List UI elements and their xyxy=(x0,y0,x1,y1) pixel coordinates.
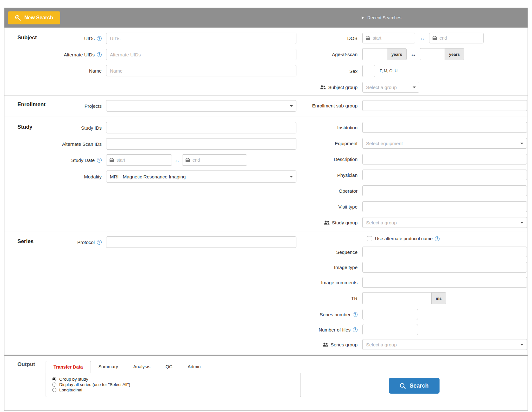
series-number-help-icon[interactable] xyxy=(353,312,358,317)
number-of-files-help-icon[interactable] xyxy=(353,327,358,332)
operator-input[interactable] xyxy=(362,185,527,196)
study-group-select[interactable]: Select a group xyxy=(362,217,527,228)
physician-input[interactable] xyxy=(362,170,527,180)
alternate-scan-ids-input[interactable] xyxy=(106,138,296,150)
tr-row: TR ms xyxy=(301,292,528,304)
dob-start-input[interactable]: start xyxy=(362,33,415,43)
recent-searches-toggle[interactable]: Recent Searches xyxy=(362,8,401,28)
image-type-row: Image type xyxy=(301,262,528,273)
projects-label: Projects xyxy=(47,103,106,109)
tr-unit: ms xyxy=(431,292,446,304)
option-longitudinal[interactable]: Longitudinal xyxy=(52,387,301,393)
series-number-label: Series number xyxy=(301,312,362,317)
use-alternate-protocol-help-icon[interactable] xyxy=(435,236,440,241)
protocol-input[interactable] xyxy=(106,236,296,248)
physician-label: Physician xyxy=(301,172,362,178)
age-min-input[interactable] xyxy=(362,48,387,60)
name-row: Name xyxy=(47,65,301,76)
institution-input[interactable] xyxy=(362,122,527,133)
series-group-select[interactable]: Select a group xyxy=(362,339,527,350)
name-label: Name xyxy=(47,68,106,74)
people-icon xyxy=(324,221,330,225)
study-date-start-input[interactable]: start xyxy=(106,154,172,166)
caret-down-icon xyxy=(520,143,523,144)
study-date-help-icon[interactable] xyxy=(97,158,102,163)
number-of-files-input[interactable] xyxy=(362,324,418,335)
tab-analysis[interactable]: Analysis xyxy=(126,361,158,373)
projects-select[interactable] xyxy=(106,100,296,112)
enrollment-sub-group-input[interactable] xyxy=(362,100,527,111)
institution-label: Institution xyxy=(301,125,362,130)
modality-label: Modality xyxy=(47,174,106,179)
alternate-scan-ids-label: Alternate Scan IDs xyxy=(47,141,106,147)
new-search-button[interactable]: New Search xyxy=(8,11,60,24)
option-display-all-series[interactable]: Display all series (use for "Select All"… xyxy=(52,382,301,387)
series-number-input[interactable] xyxy=(362,309,418,320)
study-group-label: Study group xyxy=(301,220,362,225)
modality-select[interactable]: MRI - Magnetic Resonance Imaging xyxy=(106,171,296,183)
alternate-uids-row: Alternate UIDs xyxy=(47,49,301,60)
description-row: Description xyxy=(301,154,528,164)
study-date-label: Study Date xyxy=(47,158,106,163)
dob-end-input[interactable]: end xyxy=(429,33,484,43)
calendar-icon xyxy=(110,158,114,162)
visit-type-row: Visit type xyxy=(301,201,528,212)
visit-type-input[interactable] xyxy=(362,201,527,212)
operator-label: Operator xyxy=(301,188,362,194)
tab-admin[interactable]: Admin xyxy=(180,361,208,373)
section-study: Study Study IDs Alternate Scan IDs xyxy=(4,117,528,231)
dob-row: DOB start ↔ end xyxy=(301,33,528,43)
output-section-title: Output xyxy=(4,356,46,368)
radio-icon[interactable] xyxy=(52,377,56,381)
image-type-input[interactable] xyxy=(362,262,527,273)
enrollment-section-title: Enrollment xyxy=(4,96,47,108)
uids-help-icon[interactable] xyxy=(97,36,102,41)
age-min-unit: years xyxy=(387,48,407,60)
subject-group-select[interactable]: Select a group xyxy=(362,82,419,93)
calendar-icon xyxy=(186,158,190,162)
equipment-select[interactable]: Select equipment xyxy=(362,138,527,149)
subject-section-title: Subject xyxy=(4,28,47,41)
triangle-right-icon xyxy=(362,16,364,19)
tab-qc[interactable]: QC xyxy=(158,361,180,373)
study-date-end-input[interactable]: end xyxy=(182,154,247,166)
tr-input[interactable] xyxy=(362,292,431,304)
tr-label: TR xyxy=(301,296,362,301)
uids-row: UIDs xyxy=(47,33,301,44)
operator-row: Operator xyxy=(301,185,528,196)
people-icon xyxy=(323,343,328,347)
radio-icon[interactable] xyxy=(52,388,56,392)
sequence-input[interactable] xyxy=(362,247,527,257)
study-ids-label: Study IDs xyxy=(47,125,106,131)
option-group-by-study[interactable]: Group by study xyxy=(52,377,301,382)
physician-row: Physician xyxy=(301,170,528,180)
caret-down-icon xyxy=(290,176,293,177)
sequence-label: Sequence xyxy=(301,249,362,255)
alternate-uids-help-icon[interactable] xyxy=(97,52,102,57)
number-of-files-label: Number of files xyxy=(301,327,362,332)
sex-input[interactable] xyxy=(362,65,375,77)
number-of-files-row: Number of files xyxy=(301,324,528,335)
search-button[interactable]: Search xyxy=(389,378,440,394)
uids-input[interactable] xyxy=(106,33,296,44)
section-series: Series Protocol Use alternate protocol n… xyxy=(4,231,528,355)
radio-icon[interactable] xyxy=(52,383,56,387)
image-comments-input[interactable] xyxy=(362,277,527,288)
protocol-help-icon[interactable] xyxy=(97,240,102,245)
series-group-label: Series group xyxy=(301,342,362,347)
tab-summary[interactable]: Summary xyxy=(91,361,126,373)
name-input[interactable] xyxy=(106,65,296,76)
tab-transfer-data[interactable]: Transfer Data xyxy=(46,361,91,373)
description-label: Description xyxy=(301,157,362,162)
age-max-input[interactable] xyxy=(420,48,445,60)
transfer-data-panel: Group by study Display all series (use f… xyxy=(46,373,301,397)
use-alternate-protocol-row: Use alternate protocol name xyxy=(301,235,528,242)
dob-label: DOB xyxy=(301,35,362,41)
description-input[interactable] xyxy=(362,154,527,164)
age-min-group: years xyxy=(362,48,407,60)
alternate-uids-input[interactable] xyxy=(106,49,296,60)
study-ids-input[interactable] xyxy=(106,122,296,133)
search-form-page: New Search Recent Searches Subject UIDs xyxy=(4,8,528,411)
use-alternate-protocol-checkbox[interactable] xyxy=(367,236,372,241)
new-search-label: New Search xyxy=(24,15,53,21)
